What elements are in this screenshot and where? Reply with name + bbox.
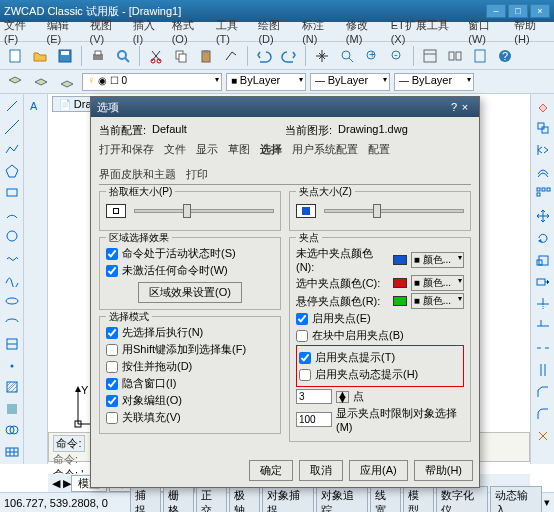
tab-draft[interactable]: 草图: [228, 142, 250, 157]
status-ortho[interactable]: 正交: [196, 486, 227, 513]
menu-window[interactable]: 窗口(W): [468, 18, 506, 45]
menu-insert[interactable]: 插入(I): [133, 18, 164, 45]
dc-icon[interactable]: [444, 45, 466, 67]
paste-icon[interactable]: [195, 45, 217, 67]
status-otrack[interactable]: 对象追踪: [316, 486, 368, 513]
tab-files[interactable]: 文件: [164, 142, 186, 157]
chk-enable-grips[interactable]: 启用夹点(E): [296, 311, 464, 326]
cancel-button[interactable]: 取消: [299, 460, 343, 481]
gradient-icon[interactable]: [2, 399, 22, 419]
break-icon[interactable]: [533, 338, 553, 358]
save-icon[interactable]: [54, 45, 76, 67]
region-icon[interactable]: [2, 421, 22, 441]
move-icon[interactable]: [533, 206, 553, 226]
pickbox-slider[interactable]: [134, 209, 274, 213]
status-osnap[interactable]: 对象捕捉: [262, 486, 314, 513]
open-icon[interactable]: [29, 45, 51, 67]
redo-icon[interactable]: [278, 45, 300, 67]
close-button[interactable]: ×: [530, 4, 550, 18]
explode-icon[interactable]: [533, 426, 553, 446]
dialog-close-icon[interactable]: ×: [457, 101, 473, 113]
mirror-icon[interactable]: [533, 140, 553, 160]
ok-button[interactable]: 确定: [249, 460, 293, 481]
match-icon[interactable]: [220, 45, 242, 67]
menu-draw[interactable]: 绘图(D): [258, 18, 294, 45]
array-icon[interactable]: [533, 184, 553, 204]
menu-file[interactable]: 文件(F): [4, 18, 39, 45]
menu-tools[interactable]: 工具(T): [216, 18, 251, 45]
arc-icon[interactable]: [2, 204, 22, 224]
chk-shift-add[interactable]: 用Shift键添加到选择集(F): [106, 342, 274, 357]
pline-icon[interactable]: [2, 139, 22, 159]
rotate-icon[interactable]: [533, 228, 553, 248]
revcloud-icon[interactable]: [2, 247, 22, 267]
help-icon[interactable]: ?: [494, 45, 516, 67]
ellipse-arc-icon[interactable]: [2, 312, 22, 332]
point-icon[interactable]: [2, 356, 22, 376]
offset-icon[interactable]: [533, 162, 553, 182]
zoom-win-icon[interactable]: +: [361, 45, 383, 67]
maximize-button[interactable]: □: [508, 4, 528, 18]
linetype-select[interactable]: — ByLayer: [310, 73, 390, 91]
cut-icon[interactable]: [145, 45, 167, 67]
sel-grip-color[interactable]: ■ 颜色...: [411, 275, 464, 291]
copy-icon[interactable]: [170, 45, 192, 67]
menu-format[interactable]: 格式(O): [172, 18, 208, 45]
circle-icon[interactable]: [2, 226, 22, 246]
block-icon[interactable]: [2, 334, 22, 354]
area-effect-btn[interactable]: 区域效果设置(O): [138, 282, 242, 303]
extend-icon[interactable]: [533, 316, 553, 336]
scale-icon[interactable]: [533, 250, 553, 270]
color-select[interactable]: ■ ByLayer: [226, 73, 306, 91]
tab-plot[interactable]: 打印: [186, 167, 208, 182]
zoom-rt-icon[interactable]: [336, 45, 358, 67]
tab-user[interactable]: 用户系统配置: [292, 142, 358, 157]
hover-grip-color[interactable]: ■ 颜色...: [411, 293, 464, 309]
tab-opensave[interactable]: 打开和保存: [99, 142, 154, 157]
line-icon[interactable]: [2, 96, 22, 116]
table-icon[interactable]: [2, 442, 22, 462]
menu-et[interactable]: ET扩展工具(X): [391, 18, 461, 45]
hatch-icon[interactable]: [2, 377, 22, 397]
lineweight-select[interactable]: — ByLayer: [394, 73, 474, 91]
tab-display[interactable]: 显示: [196, 142, 218, 157]
xline-icon[interactable]: [2, 118, 22, 138]
status-lwt[interactable]: 线宽: [370, 486, 401, 513]
new-icon[interactable]: [4, 45, 26, 67]
chk-grip-dyn-tips[interactable]: 启用夹点动态提示(H): [299, 367, 461, 382]
gripsize-slider[interactable]: [324, 209, 464, 213]
polygon-icon[interactable]: [2, 161, 22, 181]
chk-implied-win[interactable]: 隐含窗口(I): [106, 376, 274, 391]
layer-state-icon[interactable]: [56, 71, 78, 93]
chk-noun-verb[interactable]: 先选择后执行(N): [106, 325, 274, 340]
layer-prev-icon[interactable]: [30, 71, 52, 93]
join-icon[interactable]: [533, 360, 553, 380]
menu-view[interactable]: 视图(V): [90, 18, 125, 45]
spline-icon[interactable]: [2, 269, 22, 289]
erase-icon[interactable]: [533, 96, 553, 116]
undo-icon[interactable]: [253, 45, 275, 67]
chk-active-cmd[interactable]: 命令处于活动状态时(S): [106, 246, 274, 261]
zoom-prev-icon[interactable]: -: [386, 45, 408, 67]
tool-palette-icon[interactable]: [469, 45, 491, 67]
mtext-icon[interactable]: A: [26, 96, 46, 116]
chk-grips-in-blocks[interactable]: 在块中启用夹点(B): [296, 328, 464, 343]
trim-icon[interactable]: [533, 294, 553, 314]
status-snap[interactable]: 捕捉: [130, 486, 161, 513]
fillet-icon[interactable]: [533, 404, 553, 424]
dialog-titlebar[interactable]: 选项 ? ×: [91, 97, 479, 117]
tab-selection[interactable]: 选择: [260, 142, 282, 157]
menu-help[interactable]: 帮助(H): [514, 18, 550, 45]
ellipse-icon[interactable]: [2, 291, 22, 311]
status-polar[interactable]: 极轴: [229, 486, 260, 513]
apply-button[interactable]: 应用(A): [349, 460, 408, 481]
chk-assoc-hatch[interactable]: 关联填充(V): [106, 410, 274, 425]
menu-edit[interactable]: 编辑(E): [47, 18, 82, 45]
status-dyn[interactable]: 动态输入: [490, 486, 542, 513]
chamfer-icon[interactable]: [533, 382, 553, 402]
copy2-icon[interactable]: [533, 118, 553, 138]
chk-obj-group[interactable]: 对象编组(O): [106, 393, 274, 408]
chk-press-drag[interactable]: 按住并拖动(D): [106, 359, 274, 374]
stretch-icon[interactable]: [533, 272, 553, 292]
print-icon[interactable]: [87, 45, 109, 67]
